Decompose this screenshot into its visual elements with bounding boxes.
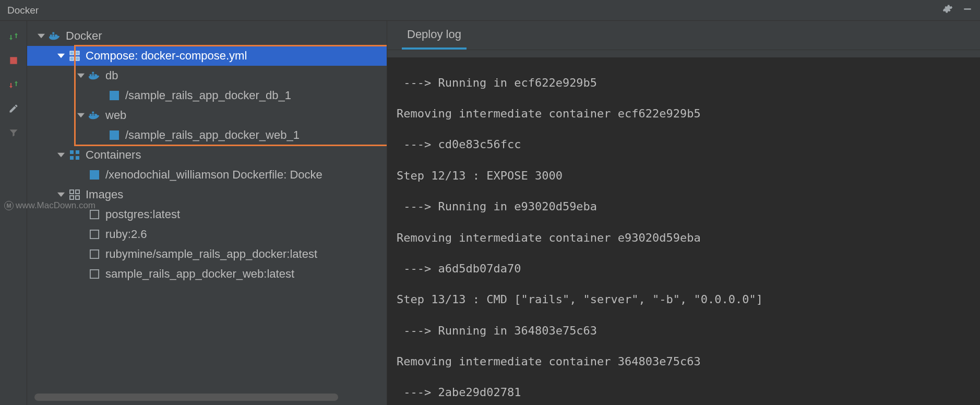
tree-label: /sample_rails_app_docker_db_1 [125, 86, 291, 106]
compose-icon [69, 50, 80, 62]
title-bar: Docker [0, 0, 980, 21]
tree-node-image[interactable]: sample_rails_app_docker_web:latest [27, 264, 387, 284]
chevron-down-icon [76, 111, 86, 120]
title-bar-actions [942, 4, 973, 17]
services-tree[interactable]: Docker Compose: docker-compose.yml db /s… [27, 21, 387, 392]
minimize-icon[interactable] [962, 4, 973, 17]
tree-horizontal-scrollbar[interactable] [34, 394, 379, 401]
svg-rect-8 [70, 57, 74, 61]
tree-node-service-web[interactable]: web [27, 105, 387, 125]
stop-icon[interactable] [7, 54, 20, 67]
image-icon [89, 209, 100, 220]
services-tree-panel: Docker Compose: docker-compose.yml db /s… [27, 21, 387, 405]
filter-icon[interactable] [7, 126, 20, 139]
svg-rect-10 [90, 74, 92, 76]
log-line: ---> Running in ecf622e929b5 [397, 75, 980, 91]
chevron-down-icon [76, 71, 86, 80]
svg-rect-28 [76, 196, 79, 199]
docker-service-icon [89, 70, 100, 81]
svg-rect-11 [92, 74, 94, 76]
tree-label: ruby:2.6 [105, 224, 147, 245]
images-group-icon [69, 189, 80, 200]
svg-rect-3 [52, 34, 54, 37]
tree-node-container-web[interactable]: /sample_rails_app_docker_web_1 [27, 125, 387, 145]
svg-rect-19 [110, 130, 119, 140]
svg-rect-21 [76, 150, 79, 154]
tree-node-container-other[interactable]: /xenodochial_williamson Dockerfile: Dock… [27, 165, 387, 185]
deploy-log-output[interactable]: ---> Running in ecf622e929b5 Removing in… [387, 57, 980, 405]
details-panel: Deploy log ---> Running in ecf622e929b5 … [387, 21, 980, 405]
container-running-icon [109, 129, 120, 141]
edit-icon[interactable] [7, 102, 20, 115]
action-toolbar [0, 21, 27, 405]
svg-rect-0 [964, 8, 971, 10]
svg-rect-15 [90, 114, 92, 116]
svg-rect-23 [76, 156, 79, 160]
svg-rect-6 [70, 51, 74, 55]
details-tabs: Deploy log [387, 21, 980, 50]
svg-rect-18 [92, 112, 94, 114]
chevron-down-icon [56, 51, 66, 61]
svg-rect-29 [90, 210, 99, 219]
container-running-icon [89, 169, 100, 181]
tree-node-service-db[interactable]: db [27, 66, 387, 86]
image-icon [89, 268, 100, 280]
log-horizontal-scrollbar[interactable] [396, 394, 972, 401]
tree-node-compose[interactable]: Compose: docker-compose.yml [27, 46, 387, 66]
log-line: ---> cd0e83c56fcc [397, 137, 980, 152]
log-line: Step 13/13 : CMD ["rails", "server", "-b… [397, 292, 980, 307]
svg-rect-26 [76, 190, 79, 194]
tree-label: rubymine/sample_rails_app_docker:latest [105, 244, 317, 265]
svg-rect-25 [70, 190, 74, 194]
image-icon [89, 229, 100, 240]
svg-rect-16 [92, 114, 94, 116]
tree-label: web [105, 105, 126, 126]
tree-label: Compose: docker-compose.yml [86, 46, 247, 66]
tree-node-image[interactable]: rubymine/sample_rails_app_docker:latest [27, 244, 387, 264]
docker-icon [49, 30, 61, 42]
svg-rect-32 [90, 269, 99, 279]
docker-service-icon [89, 110, 100, 121]
svg-rect-2 [50, 34, 52, 37]
chevron-down-icon [56, 150, 66, 160]
log-line: ---> a6d5db07da70 [397, 261, 980, 277]
svg-rect-22 [70, 156, 74, 160]
tree-node-images[interactable]: Images [27, 185, 387, 205]
tree-node-containers[interactable]: Containers [27, 145, 387, 165]
scrollbar-thumb[interactable] [34, 394, 338, 401]
tab-deploy-log[interactable]: Deploy log [402, 28, 467, 50]
svg-rect-27 [70, 196, 74, 199]
tree-node-docker-root[interactable]: Docker [27, 26, 387, 46]
log-line: Removing intermediate container e93020d5… [397, 230, 980, 246]
redeploy-icon[interactable] [7, 78, 20, 91]
svg-rect-13 [92, 72, 94, 74]
tree-label: sample_rails_app_docker_web:latest [105, 264, 294, 284]
svg-rect-14 [110, 91, 119, 100]
gear-icon[interactable] [942, 4, 953, 17]
svg-rect-9 [76, 57, 79, 61]
tree-node-container-db[interactable]: /sample_rails_app_docker_db_1 [27, 86, 387, 105]
tree-node-image[interactable]: ruby:2.6 [27, 224, 387, 244]
container-running-icon [109, 90, 120, 101]
panel-title: Docker [7, 5, 39, 16]
tree-label: Docker [66, 26, 102, 46]
log-line: ---> Running in 364803e75c63 [397, 323, 980, 339]
svg-rect-7 [76, 51, 79, 55]
svg-rect-24 [90, 170, 99, 180]
tree-node-image[interactable]: postgres:latest [27, 205, 387, 224]
chevron-down-icon [37, 31, 46, 41]
chevron-down-icon [56, 190, 66, 199]
svg-rect-5 [52, 32, 54, 34]
svg-rect-20 [70, 150, 74, 154]
log-line: Step 12/13 : EXPOSE 3000 [397, 168, 980, 184]
deploy-icon[interactable] [7, 30, 20, 43]
log-line: Removing intermediate container ecf622e9… [397, 106, 980, 122]
svg-rect-1 [10, 57, 17, 64]
tree-label: /sample_rails_app_docker_web_1 [125, 125, 300, 146]
tree-label: postgres:latest [105, 205, 180, 225]
log-line: ---> Running in e93020d59eba [397, 199, 980, 215]
tree-label: Containers [86, 145, 141, 165]
svg-rect-30 [90, 230, 99, 239]
tree-label: /xenodochial_williamson Dockerfile: Dock… [105, 165, 322, 185]
image-icon [89, 248, 100, 260]
